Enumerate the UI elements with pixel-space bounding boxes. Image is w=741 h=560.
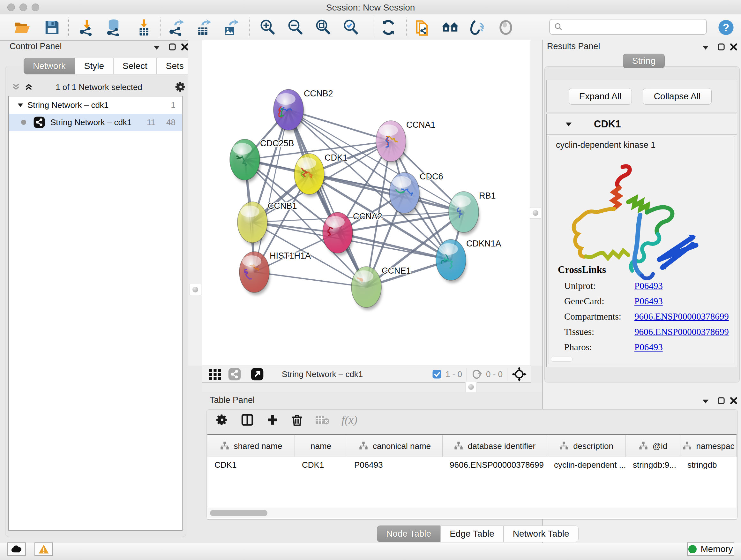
import-network-file-icon[interactable] — [78, 19, 95, 36]
table-cell[interactable]: CDK1 — [295, 457, 347, 473]
crosslink-link[interactable]: P06493 — [634, 296, 663, 306]
table-panel-close-icon[interactable] — [729, 396, 738, 405]
table-panel-float-icon[interactable] — [717, 396, 725, 405]
column-header-canonical-name[interactable]: canonical name — [347, 435, 443, 457]
table-settings-gear-icon[interactable] — [216, 414, 228, 426]
tab-network-table[interactable]: Network Table — [503, 525, 579, 542]
results-panel-collapse-icon[interactable] — [701, 44, 710, 52]
results-panel-close-icon[interactable] — [729, 43, 738, 51]
left-splitter-handle[interactable] — [190, 284, 201, 295]
show-hide-glasses-icon[interactable] — [469, 19, 486, 36]
column-header-database-identifier[interactable]: database identifier — [443, 435, 547, 457]
search-input[interactable] — [549, 19, 707, 35]
column-header-description[interactable]: description — [547, 435, 626, 457]
help-icon[interactable]: ? — [718, 19, 735, 36]
zoom-fit-icon[interactable] — [315, 19, 332, 36]
zoom-in-icon[interactable] — [259, 19, 276, 36]
column-header-@id[interactable]: @id — [626, 435, 680, 457]
eye-icon[interactable] — [497, 19, 515, 36]
grid-view-icon[interactable] — [208, 367, 222, 381]
add-column-icon[interactable] — [266, 414, 279, 426]
stringify-houses-icon[interactable] — [442, 19, 459, 36]
bottom-splitter-handle[interactable] — [465, 382, 477, 392]
gene-section-header[interactable]: CDK1 — [547, 114, 737, 135]
network-canvas[interactable]: CCNB2CCNA1CDC25BCDK1CDC6RB1CCNB1CCNA2CDK… — [202, 40, 531, 366]
network-share-gray-icon[interactable] — [228, 368, 241, 381]
node-CDK1[interactable]: CDK1 — [294, 153, 347, 197]
left-splitter[interactable] — [188, 40, 202, 366]
export-network-icon[interactable] — [168, 19, 185, 36]
cloud-button[interactable] — [7, 543, 26, 556]
open-in-new-window-icon[interactable] — [251, 368, 264, 381]
clone-network-icon[interactable] — [414, 19, 431, 36]
crosslink-link[interactable]: 9606.ENSP00000378699 — [634, 311, 729, 321]
column-header-namespac[interactable]: namespac — [680, 435, 737, 457]
collapse-all-icon[interactable] — [11, 82, 20, 91]
table-cell[interactable]: stringdb:9... — [626, 457, 680, 473]
control-panel-close-icon[interactable] — [180, 43, 189, 51]
table-header-row[interactable]: shared namenamecanonical namedatabase id… — [207, 435, 737, 457]
string-network-graph[interactable]: CCNB2CCNA1CDC25BCDK1CDC6RB1CCNB1CCNA2CDK… — [202, 40, 531, 366]
column-header-shared-name[interactable]: shared name — [207, 435, 295, 457]
import-table-file-icon[interactable] — [135, 19, 152, 36]
import-network-database-icon[interactable] — [105, 19, 122, 36]
expand-all-button[interactable]: Expand All — [569, 88, 632, 105]
crosslink-link[interactable]: P06493 — [634, 281, 663, 291]
refresh-layout-icon[interactable] — [380, 19, 397, 36]
right-splitter-handle[interactable] — [530, 207, 541, 219]
tab-node-table[interactable]: Node Table — [377, 525, 441, 542]
crosslink-link[interactable]: 9606.ENSP00000378699 — [634, 327, 729, 337]
node-CDC25B[interactable]: CDC25B — [230, 138, 294, 183]
table-hscrollbar[interactable] — [208, 508, 736, 518]
table-cell[interactable]: stringdb — [680, 457, 737, 473]
network-options-gear-icon[interactable] — [175, 81, 186, 92]
node-CDC6[interactable]: CDC6 — [389, 172, 443, 216]
control-panel-float-icon[interactable] — [168, 43, 177, 51]
tab-string[interactable]: String — [623, 54, 665, 68]
node-CDKN1A[interactable]: CDKN1A — [436, 239, 501, 283]
table-hscrollbar-thumb[interactable] — [210, 510, 267, 516]
tree-expand-icon[interactable] — [17, 101, 24, 109]
node-HIST1H1A[interactable]: HIST1H1A — [239, 251, 311, 295]
export-image-icon[interactable] — [222, 19, 239, 36]
open-session-icon[interactable] — [13, 19, 30, 36]
save-session-icon[interactable] — [44, 19, 61, 36]
tab-style[interactable]: Style — [75, 58, 113, 74]
node-table[interactable]: shared namenamecanonical namedatabase id… — [207, 434, 737, 519]
tab-select[interactable]: Select — [113, 58, 157, 74]
tab-network[interactable]: Network — [23, 58, 75, 74]
delete-column-icon[interactable] — [291, 414, 303, 426]
crosslink-link[interactable]: P06493 — [634, 342, 663, 352]
column-header-name[interactable]: name — [295, 435, 347, 457]
table-panel-collapse-icon[interactable] — [701, 397, 710, 406]
birdseye-crosshair-icon[interactable] — [512, 367, 527, 381]
table-cell[interactable]: P06493 — [347, 457, 443, 473]
selected-checkbox-icon[interactable] — [432, 369, 442, 379]
expand-all-tree-icon[interactable] — [24, 82, 33, 91]
tab-edge-table[interactable]: Edge Table — [441, 525, 503, 542]
table-cell[interactable]: 9606.ENSP00000378699 — [443, 457, 547, 473]
gene-collapse-icon[interactable] — [564, 120, 573, 128]
export-table-icon[interactable] — [195, 19, 212, 36]
control-panel-collapse-icon[interactable] — [152, 44, 161, 52]
zoom-selected-icon[interactable] — [342, 19, 360, 36]
results-panel-float-icon[interactable] — [717, 43, 725, 51]
memory-button[interactable]: Memory — [687, 543, 734, 556]
network-collection-row[interactable]: String Network – cdk1 1 — [9, 97, 182, 114]
zoom-out-icon[interactable] — [287, 19, 304, 36]
warning-button[interactable] — [35, 543, 53, 556]
results-hscroll-thumb[interactable] — [551, 357, 572, 362]
table-row[interactable]: CDK1CDK1P064939606.ENSP00000378699cyclin… — [207, 457, 737, 473]
edge-HIST1H1A-CCNE1[interactable] — [254, 272, 366, 287]
network-row[interactable]: String Network – cdk1 11 48 — [9, 114, 182, 131]
collapse-all-button[interactable]: Collapse All — [643, 88, 712, 105]
node-RB1[interactable]: RB1 — [449, 191, 496, 235]
table-cell[interactable]: CDK1 — [207, 457, 295, 473]
right-splitter[interactable] — [530, 40, 542, 366]
table-cell[interactable]: cyclin-dependent ... — [547, 457, 626, 473]
tab-sets[interactable]: Sets — [157, 58, 193, 74]
show-columns-icon[interactable] — [241, 413, 254, 427]
node-CCNA1[interactable]: CCNA1 — [376, 120, 435, 164]
node-CCNE1[interactable]: CCNE1 — [351, 266, 411, 310]
node-CCNB2[interactable]: CCNB2 — [273, 89, 333, 133]
